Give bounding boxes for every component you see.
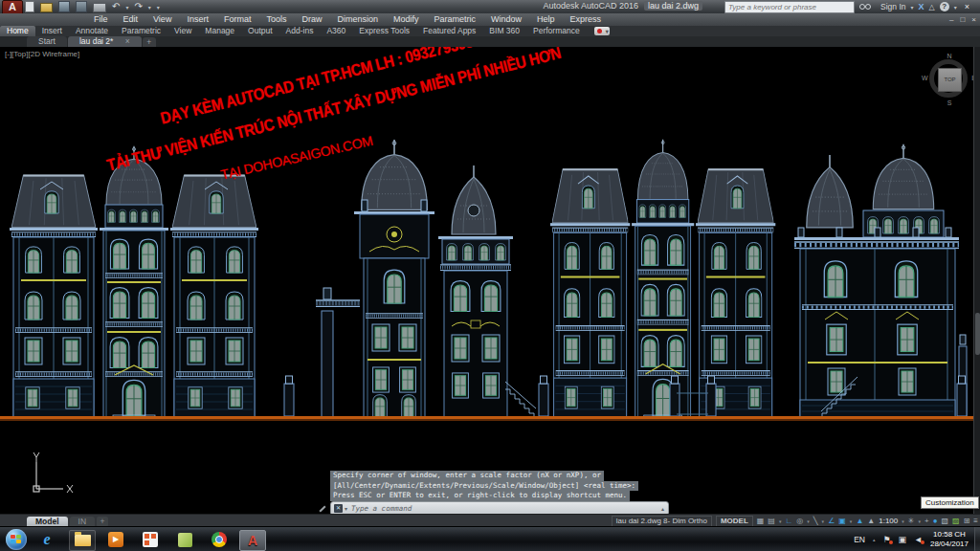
tab-layout-in[interactable]: IN [70,517,96,527]
redo-icon[interactable]: ↷ [134,2,142,11]
ribbon-tab-a360[interactable]: A360 [320,26,352,36]
grid-icon[interactable]: ▦ [757,516,765,527]
new-layout-button[interactable]: + [97,517,108,527]
polar-tracking-icon[interactable]: ◎ [796,516,803,527]
ribbon-tab-bim360[interactable]: BIM 360 [482,26,526,36]
menu-express[interactable]: Express [563,13,610,26]
viewcube-south[interactable]: S [924,99,974,106]
taskbar-notes-icon[interactable] [172,530,197,549]
ortho-icon[interactable]: ∟ [785,516,792,527]
app-close-button[interactable]: × [962,2,972,11]
ribbon-tab-view[interactable]: View [167,26,198,36]
menu-view[interactable]: View [145,13,179,26]
clean-screen-icon[interactable]: ▨ [952,516,960,527]
sign-in-dropdown-icon[interactable]: ▾ [911,4,914,11]
taskbar-autocad-icon[interactable]: A [239,530,266,551]
ribbon-tab-manage[interactable]: Manage [198,26,241,36]
menu-insert[interactable]: Insert [179,13,216,26]
viewcube-west[interactable]: W [922,75,928,81]
start-button[interactable] [6,529,27,550]
isolate-objects-icon[interactable]: ▧ [942,516,949,527]
undo-icon[interactable]: ↶ [112,2,120,11]
tray-volume-icon[interactable]: ◄ [914,535,923,544]
tray-action-center-icon[interactable]: ⚑ [882,535,890,544]
drawing-status-info[interactable]: lau dai 2.dwg 8- Dim Ortho [612,516,712,527]
customization-menu-icon[interactable]: ≡ [973,516,978,527]
viewport-controls-label[interactable]: [-][Top][2D Wireframe] [5,50,79,58]
a360-icon[interactable]: △ [929,3,935,11]
ribbon-tab-express-tools[interactable]: Express Tools [352,26,416,36]
undo-dropdown-icon[interactable]: ▾ [125,4,128,11]
object-snap-icon[interactable]: ▣ [838,516,846,527]
taskbar-download-manager-icon[interactable] [138,530,163,549]
workspace-gear-icon[interactable]: ✳ [908,516,915,527]
help-dropdown-icon[interactable]: ▾ [954,4,957,11]
taskbar-internet-explorer-icon[interactable]: e [34,530,59,549]
tray-expand-icon[interactable]: ▴ [873,537,876,542]
save-icon[interactable] [58,1,70,12]
osnap-tracking-icon[interactable]: ∠ [828,516,835,527]
tab-model[interactable]: Model [27,517,68,527]
ribbon-tab-insert[interactable]: Insert [35,26,69,36]
menu-format[interactable]: Format [216,13,259,26]
help-icon[interactable]: ? [940,2,949,11]
annotation-monitor-icon[interactable]: + [924,516,929,527]
menu-file[interactable]: File [86,13,116,26]
menu-window[interactable]: Window [483,13,529,26]
isodraft-icon[interactable]: ╲ [813,516,818,527]
annotation-visibility-icon[interactable]: ▲ [856,516,863,527]
redo-dropdown-icon[interactable]: ▾ [148,4,151,11]
snap-dropdown-icon[interactable]: ▾ [779,518,782,524]
polar-dropdown-icon[interactable]: ▾ [807,518,810,524]
hardware-accel-icon[interactable]: ● [933,516,938,527]
ribbon-tab-annotate[interactable]: Annotate [69,26,115,36]
menu-parametric[interactable]: Parametric [427,13,484,26]
menu-dimension[interactable]: Dimension [329,13,386,26]
command-line-input[interactable]: ✕ ▾ Type a command ▴ [330,501,669,514]
command-expand-icon[interactable]: ▴ [661,505,664,512]
tab-close-icon[interactable]: × [125,36,130,46]
drawing-canvas[interactable]: [-][Top][2D Wireframe] DẠY KÈM AUTOCAD T… [0,47,980,514]
snap-icon[interactable]: ▤ [768,516,775,527]
scrollbar-thumb[interactable] [975,313,980,355]
plot-icon[interactable] [93,3,106,12]
annotation-scale-value[interactable]: 1:100 [879,517,898,525]
open-file-icon[interactable] [40,3,53,12]
tray-network-icon[interactable]: ▣ [899,535,907,544]
workspace-dropdown-icon[interactable]: ▾ [918,518,921,524]
osnap-dropdown-icon[interactable]: ▾ [850,518,853,524]
command-customize-wrench-icon[interactable] [318,504,326,513]
viewcube-north[interactable]: N [924,53,974,59]
viewcube-top-face[interactable]: TOP [938,68,962,92]
new-tab-button[interactable]: + [143,37,156,47]
exchange-apps-icon[interactable]: X [919,2,924,11]
taskbar-clock[interactable]: 10:58 CH 28/04/2017 [926,530,972,549]
model-space-button[interactable]: MODEL [716,516,753,527]
show-desktop-button[interactable] [974,527,980,551]
sign-in-button[interactable]: Sign In [880,2,905,11]
menu-draw[interactable]: Draw [294,13,329,26]
ribbon-tab-addins[interactable]: Add-ins [279,26,321,36]
doc-close-button[interactable]: × [971,13,976,26]
command-icon[interactable]: ✕ [334,504,343,513]
vertical-scrollbar[interactable] [973,47,980,514]
fullscreen-icon[interactable]: ⊞ [964,516,970,527]
ribbon-tab-home[interactable]: Home [0,26,35,36]
search-binoculars-icon[interactable] [859,2,871,11]
ribbon-tab-featured-apps[interactable]: Featured Apps [416,26,482,36]
ribbon-tab-output[interactable]: Output [241,26,279,36]
taskbar-media-player-icon[interactable]: ▶ [103,530,128,549]
ribbon-tab-parametric[interactable]: Parametric [115,26,167,36]
qat-customize-icon[interactable]: ▾ [157,4,160,11]
new-file-icon[interactable] [25,1,34,12]
autoscale-icon[interactable]: ▲ [867,516,875,527]
taskbar-chrome-icon[interactable] [207,530,232,549]
doc-restore-button[interactable]: □ [960,13,965,26]
tray-language[interactable]: EN [854,535,865,544]
scale-dropdown-icon[interactable]: ▾ [902,518,904,524]
viewcube[interactable]: N W E S TOP [924,55,974,104]
menu-tools[interactable]: Tools [258,13,294,26]
isodraft-dropdown-icon[interactable]: ▾ [822,518,825,524]
menu-help[interactable]: Help [529,13,563,26]
record-icon[interactable]: ▾ [594,27,610,35]
